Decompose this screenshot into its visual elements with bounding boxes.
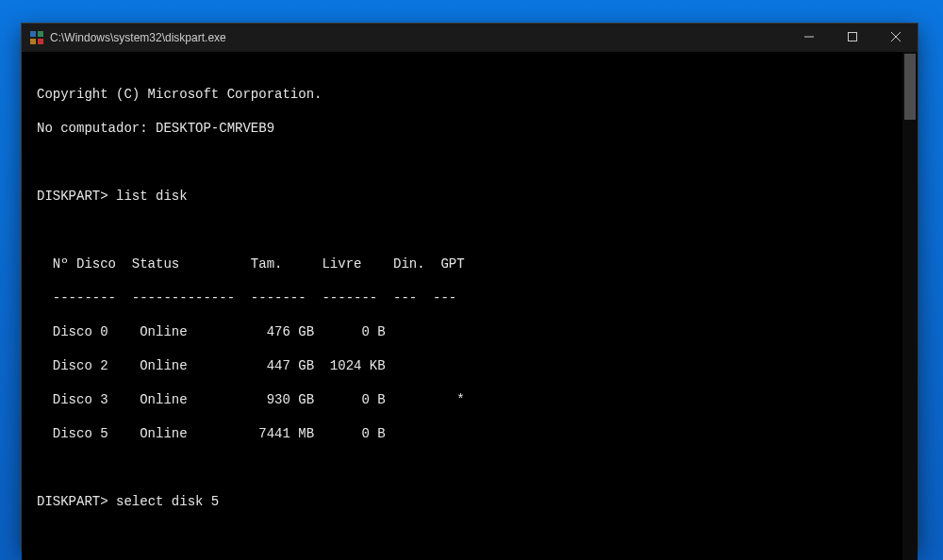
svg-rect-3: [38, 39, 43, 44]
disk-row: Disco 0 Online 476 GB 0 B: [37, 323, 902, 340]
disk-row: Disco 3 Online 930 GB 0 B *: [37, 391, 902, 408]
minimize-icon: [804, 31, 814, 44]
window-title: C:\Windows\system32\diskpart.exe: [50, 31, 226, 44]
disk-table-header: Nº Disco Status Tam. Livre Din. GPT: [37, 255, 902, 272]
blank-line: [37, 222, 902, 239]
minimize-button[interactable]: [787, 24, 831, 52]
terminal-area: Copyright (C) Microsoft Corporation. No …: [22, 52, 918, 560]
disk-row: Disco 5 Online 7441 MB 0 B: [37, 425, 902, 442]
blank-line: [37, 459, 902, 476]
blank-line: [37, 527, 902, 544]
prompt-list-disk: DISKPART> list disk: [37, 188, 902, 205]
maximize-icon: [848, 31, 857, 44]
svg-rect-0: [30, 31, 36, 37]
scroll-thumb[interactable]: [904, 54, 916, 120]
titlebar[interactable]: C:\Windows\system32\diskpart.exe: [22, 24, 918, 52]
close-icon: [891, 31, 901, 44]
svg-rect-2: [30, 39, 36, 44]
terminal-output[interactable]: Copyright (C) Microsoft Corporation. No …: [22, 52, 902, 560]
disk-row: Disco 2 Online 447 GB 1024 KB: [37, 357, 902, 374]
copyright-line: Copyright (C) Microsoft Corporation.: [37, 86, 902, 103]
computer-line: No computador: DESKTOP-CMRVEB9: [37, 120, 902, 137]
vertical-scrollbar[interactable]: [902, 52, 918, 560]
disk-table-divider: -------- ------------- ------- ------- -…: [37, 289, 902, 306]
app-icon: [29, 30, 44, 45]
desktop: C:\Windows\system32\diskpart.exe Copyrig…: [0, 0, 943, 560]
close-button[interactable]: [874, 24, 918, 52]
blank-line: [37, 154, 902, 171]
svg-rect-5: [849, 33, 857, 41]
svg-rect-1: [38, 31, 43, 37]
diskpart-window: C:\Windows\system32\diskpart.exe Copyrig…: [21, 23, 918, 551]
maximize-button[interactable]: [831, 24, 874, 52]
prompt-select-disk: DISKPART> select disk 5: [37, 493, 902, 510]
